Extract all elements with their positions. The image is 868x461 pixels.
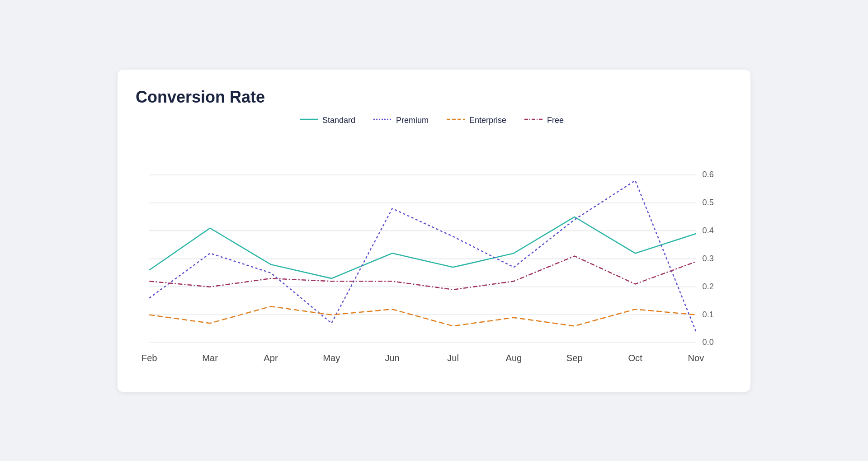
legend-item-standard: Standard [300,116,355,125]
legend-label-standard: Standard [322,116,355,125]
legend: StandardPremiumEnterpriseFree [136,116,728,125]
svg-text:Jul: Jul [447,353,459,362]
svg-text:May: May [323,353,340,362]
svg-text:0.0: 0.0 [703,338,714,347]
chart-title: Conversion Rate [136,88,728,107]
svg-text:Sep: Sep [566,353,583,362]
legend-item-free: Free [524,116,564,125]
svg-text:Oct: Oct [628,353,642,362]
chart-area: 0.00.10.20.30.40.50.6FebMarAprMayJunJulA… [136,139,728,374]
svg-text:Mar: Mar [202,353,218,362]
legend-line-enterprise [447,116,465,125]
svg-text:Aug: Aug [505,353,522,362]
svg-text:0.4: 0.4 [703,226,714,235]
svg-text:0.3: 0.3 [703,254,714,263]
legend-label-premium: Premium [396,116,429,125]
legend-label-free: Free [547,116,564,125]
chart-card: Conversion Rate StandardPremiumEnterpris… [118,70,750,392]
legend-item-premium: Premium [373,116,429,125]
legend-label-enterprise: Enterprise [469,116,506,125]
svg-text:0.1: 0.1 [703,310,714,319]
svg-text:0.2: 0.2 [703,282,714,291]
svg-text:0.6: 0.6 [703,170,714,179]
legend-line-premium [373,116,392,125]
legend-line-free [524,116,542,125]
legend-line-standard [300,116,318,125]
svg-text:Apr: Apr [264,353,278,362]
svg-text:0.5: 0.5 [703,198,714,207]
svg-text:Jun: Jun [385,353,399,362]
chart-svg: 0.00.10.20.30.40.50.6FebMarAprMayJunJulA… [136,139,728,374]
svg-text:Nov: Nov [688,353,704,362]
svg-text:Feb: Feb [142,353,157,362]
legend-item-enterprise: Enterprise [447,116,506,125]
